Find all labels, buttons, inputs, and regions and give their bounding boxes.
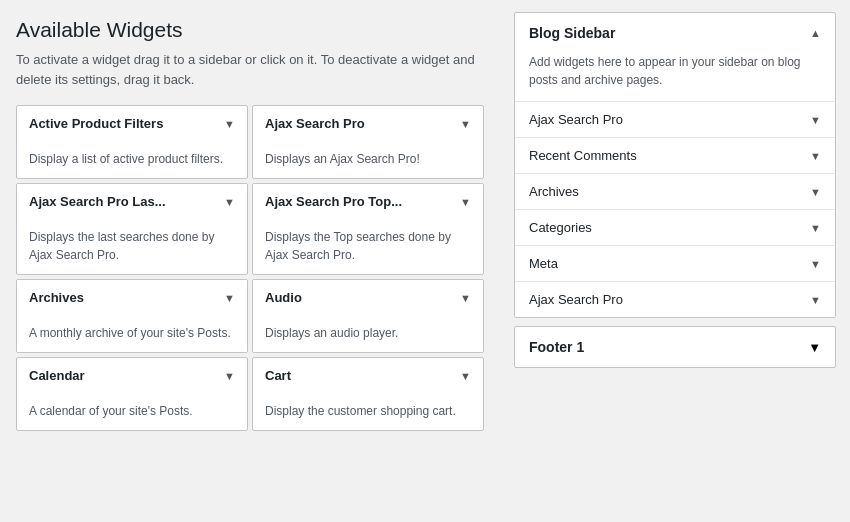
sidebar-widget-title: Ajax Search Pro [529, 292, 623, 307]
widget-title: Calendar [29, 368, 85, 383]
sidebar-widget-title: Meta [529, 256, 558, 271]
chevron-down-icon: ▼ [808, 340, 821, 355]
chevron-down-icon: ▼ [810, 294, 821, 306]
widget-description: Displays the Top searches done by Ajax S… [253, 220, 483, 274]
blog-sidebar-widget-list: Ajax Search Pro ▼ Recent Comments ▼ Arch… [515, 101, 835, 317]
sidebar-widget-recent-comments[interactable]: Recent Comments ▼ [515, 138, 835, 174]
sidebar-widget-title: Categories [529, 220, 592, 235]
widget-audio[interactable]: Audio ▼ Displays an audio player. [252, 279, 484, 353]
available-widgets-panel: Available Widgets To activate a widget d… [0, 0, 500, 522]
chevron-up-icon: ▲ [810, 27, 821, 39]
widget-ajax-search-pro-last[interactable]: Ajax Search Pro Las... ▼ Displays the la… [16, 183, 248, 275]
chevron-down-icon: ▼ [224, 292, 235, 304]
chevron-down-icon: ▼ [460, 370, 471, 382]
widget-title: Active Product Filters [29, 116, 163, 131]
widget-description: Displays an Ajax Search Pro! [253, 142, 483, 178]
sidebar-widget-title: Ajax Search Pro [529, 112, 623, 127]
page-subtitle: To activate a widget drag it to a sideba… [16, 50, 484, 89]
footer-section-header[interactable]: Footer 1 ▼ [515, 327, 835, 367]
footer-title: Footer 1 [529, 339, 584, 355]
chevron-down-icon: ▼ [460, 118, 471, 130]
widget-description: A calendar of your site's Posts. [17, 394, 247, 430]
widget-calendar[interactable]: Calendar ▼ A calendar of your site's Pos… [16, 357, 248, 431]
widget-grid: Active Product Filters ▼ Display a list … [16, 105, 484, 431]
widget-header[interactable]: Ajax Search Pro Top... ▼ [253, 184, 483, 220]
widget-title: Archives [29, 290, 84, 305]
widget-ajax-search-pro[interactable]: Ajax Search Pro ▼ Displays an Ajax Searc… [252, 105, 484, 179]
chevron-down-icon: ▼ [460, 196, 471, 208]
widget-description: Displays an audio player. [253, 316, 483, 352]
widget-title: Audio [265, 290, 302, 305]
blog-sidebar-header[interactable]: Blog Sidebar ▲ [515, 13, 835, 53]
sidebar-widget-categories[interactable]: Categories ▼ [515, 210, 835, 246]
right-panel: Blog Sidebar ▲ Add widgets here to appea… [500, 0, 850, 522]
widget-title: Ajax Search Pro Top... [265, 194, 402, 209]
page-title: Available Widgets [16, 18, 484, 42]
widget-description: Display the customer shopping cart. [253, 394, 483, 430]
sidebar-widget-ajax-search-pro-2[interactable]: Ajax Search Pro ▼ [515, 282, 835, 317]
chevron-down-icon: ▼ [460, 292, 471, 304]
sidebar-widget-meta[interactable]: Meta ▼ [515, 246, 835, 282]
chevron-down-icon: ▼ [810, 150, 821, 162]
widget-active-product-filters[interactable]: Active Product Filters ▼ Display a list … [16, 105, 248, 179]
blog-sidebar-section: Blog Sidebar ▲ Add widgets here to appea… [514, 12, 836, 318]
widget-header[interactable]: Audio ▼ [253, 280, 483, 316]
chevron-down-icon: ▼ [224, 370, 235, 382]
chevron-down-icon: ▼ [810, 258, 821, 270]
widget-description: Display a list of active product filters… [17, 142, 247, 178]
widget-description: Displays the last searches done by Ajax … [17, 220, 247, 274]
sidebar-widget-title: Archives [529, 184, 579, 199]
chevron-down-icon: ▼ [224, 118, 235, 130]
widget-header[interactable]: Active Product Filters ▼ [17, 106, 247, 142]
widget-header[interactable]: Cart ▼ [253, 358, 483, 394]
footer-section: Footer 1 ▼ [514, 326, 836, 368]
widget-header[interactable]: Calendar ▼ [17, 358, 247, 394]
widget-header[interactable]: Archives ▼ [17, 280, 247, 316]
widget-title: Ajax Search Pro [265, 116, 365, 131]
widget-title: Cart [265, 368, 291, 383]
widget-cart[interactable]: Cart ▼ Display the customer shopping car… [252, 357, 484, 431]
sidebar-widget-title: Recent Comments [529, 148, 637, 163]
sidebar-widget-archives[interactable]: Archives ▼ [515, 174, 835, 210]
chevron-down-icon: ▼ [810, 186, 821, 198]
sidebar-widget-ajax-search-pro-1[interactable]: Ajax Search Pro ▼ [515, 102, 835, 138]
widget-ajax-search-pro-top[interactable]: Ajax Search Pro Top... ▼ Displays the To… [252, 183, 484, 275]
blog-sidebar-title: Blog Sidebar [529, 25, 615, 41]
chevron-down-icon: ▼ [810, 114, 821, 126]
widget-archives[interactable]: Archives ▼ A monthly archive of your sit… [16, 279, 248, 353]
widget-header[interactable]: Ajax Search Pro Las... ▼ [17, 184, 247, 220]
blog-sidebar-description: Add widgets here to appear in your sideb… [515, 53, 835, 101]
chevron-down-icon: ▼ [810, 222, 821, 234]
chevron-down-icon: ▼ [224, 196, 235, 208]
widget-title: Ajax Search Pro Las... [29, 194, 166, 209]
widget-description: A monthly archive of your site's Posts. [17, 316, 247, 352]
widget-header[interactable]: Ajax Search Pro ▼ [253, 106, 483, 142]
